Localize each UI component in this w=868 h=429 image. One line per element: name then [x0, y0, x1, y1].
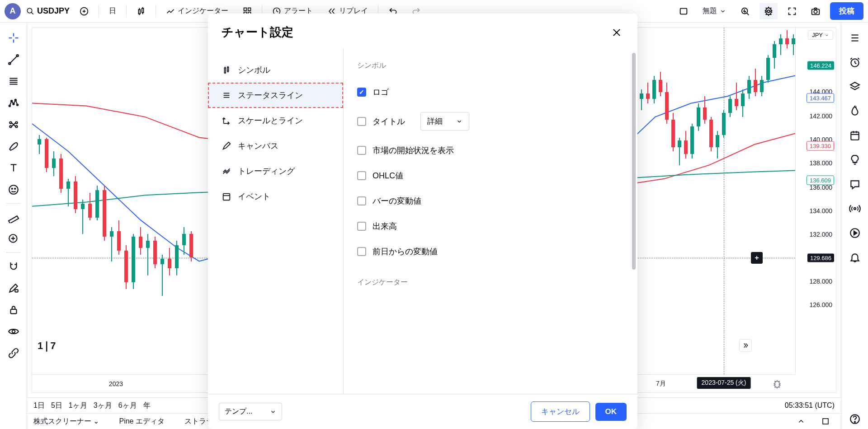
settings-tab-trade[interactable]: トレーディング [208, 159, 343, 184]
svg-rect-11 [244, 8, 247, 10]
svg-point-69 [854, 208, 855, 210]
chevron-down-icon [825, 33, 829, 37]
svg-rect-55 [15, 289, 18, 292]
range-button[interactable]: 年 [143, 401, 151, 410]
price-axis[interactable]: JPY 144.000142.000140.000138.000136.0001… [795, 28, 836, 374]
axis-settings[interactable] [773, 380, 782, 389]
hotlists-button[interactable] [845, 77, 865, 97]
link-tool[interactable] [4, 343, 24, 363]
interval-button[interactable]: 日 [104, 4, 121, 19]
settings-tab-candles[interactable]: シンボル [208, 57, 343, 83]
svg-point-50 [14, 188, 15, 189]
scrollbar[interactable] [632, 53, 636, 270]
snapshot-button[interactable] [807, 3, 825, 19]
crosshair-date-badge: 2023-07-25 (火) [697, 377, 751, 389]
text-tool[interactable] [4, 158, 24, 178]
option-checkbox[interactable] [357, 196, 366, 205]
svg-line-17 [277, 11, 278, 12]
watchlist-button[interactable] [845, 28, 865, 48]
chart-style-button[interactable] [132, 3, 150, 19]
option-select[interactable]: 詳細 [420, 112, 469, 131]
user-avatar[interactable]: A [5, 3, 21, 19]
bulb-icon [849, 154, 861, 166]
svg-line-28 [9, 56, 17, 63]
notifications-button[interactable] [845, 247, 865, 267]
zoom-tool[interactable] [4, 229, 24, 249]
brush-tool[interactable] [4, 136, 24, 156]
symbol-search[interactable]: USDJPY [26, 6, 70, 16]
option-label: 市場の開始状況を表示 [373, 145, 454, 156]
scroll-to-latest-button[interactable] [739, 339, 752, 352]
alerts-panel-button[interactable] [845, 52, 865, 72]
settings-tab-lines[interactable]: ステータスライン [208, 83, 343, 108]
settings-button[interactable] [760, 3, 778, 19]
panel-tab[interactable]: 株式スクリーナー ⌄ [33, 417, 99, 426]
chevron-down-icon [720, 8, 726, 14]
calendar-button[interactable] [845, 126, 865, 145]
crosshair-icon [7, 32, 20, 44]
range-button[interactable]: 1日 [33, 401, 45, 410]
maximize-button[interactable] [816, 413, 835, 429]
help-icon [849, 413, 861, 425]
add-symbol-button[interactable] [75, 3, 93, 19]
smile-icon [8, 184, 19, 196]
option-checkbox[interactable] [357, 117, 366, 126]
range-button[interactable]: 6ヶ月 [118, 401, 137, 410]
layout-button[interactable] [675, 3, 693, 19]
option-row: バーの変動値 [357, 188, 624, 214]
svg-rect-18 [680, 8, 687, 14]
lines-icon [222, 90, 231, 100]
range-button[interactable]: 3ヶ月 [94, 401, 112, 410]
crosshair-tool[interactable] [4, 28, 24, 48]
chat-button[interactable] [845, 174, 865, 194]
magnet-tool[interactable] [4, 256, 24, 276]
settings-tab-pencil[interactable]: キャンバス [208, 133, 343, 159]
currency-selector[interactable]: JPY [808, 30, 833, 40]
prediction-tool[interactable] [4, 115, 24, 135]
template-dropdown[interactable]: テンプ... [219, 403, 282, 420]
svg-point-73 [854, 421, 855, 422]
crosshair-add-button[interactable] [751, 252, 763, 264]
settings-tab-calendar[interactable]: イベント [208, 184, 343, 209]
svg-point-48 [9, 185, 18, 194]
ideas-button[interactable] [845, 150, 865, 170]
option-checkbox[interactable] [357, 247, 366, 256]
svg-rect-79 [224, 68, 226, 73]
fib-tool[interactable] [4, 71, 24, 91]
play-button[interactable] [845, 223, 865, 243]
option-checkbox[interactable] [357, 222, 366, 231]
chart-settings-modal: チャート設定 シンボルステータスラインスケールとラインキャンバストレーディングイ… [208, 14, 637, 429]
ruler-tool[interactable] [4, 207, 24, 227]
eye-tool[interactable] [4, 322, 24, 341]
stream-button[interactable] [845, 199, 865, 219]
settings-tab-axes[interactable]: スケールとライン [208, 108, 343, 133]
range-button[interactable]: 5日 [51, 401, 62, 410]
panel-tab[interactable]: Pine エディタ [119, 417, 164, 426]
emoji-tool[interactable] [4, 180, 24, 200]
layout-name-button[interactable]: 無題 [698, 4, 731, 19]
hide-tool[interactable] [4, 300, 24, 320]
lock-icon [8, 304, 19, 316]
option-checkbox[interactable] [357, 88, 366, 97]
range-button[interactable]: 1ヶ月 [69, 401, 87, 410]
option-checkbox[interactable] [357, 171, 366, 180]
option-checkbox[interactable] [357, 146, 366, 155]
hot-button[interactable] [845, 101, 865, 121]
trendline-tool[interactable] [4, 50, 24, 70]
chevron-down-icon [270, 409, 276, 415]
pattern-tool[interactable] [4, 93, 24, 113]
help-button[interactable] [845, 409, 865, 429]
candles-icon [222, 65, 231, 75]
publish-button[interactable]: 投稿 [830, 2, 863, 20]
chevron-down-icon [456, 118, 462, 125]
ok-button[interactable]: OK [595, 403, 627, 421]
trendline-icon [8, 54, 19, 65]
indicators-icon [166, 7, 175, 16]
quick-search-button[interactable] [736, 3, 754, 19]
chevron-up-button[interactable] [792, 413, 810, 429]
price-badge: 146.224 [807, 61, 834, 70]
fullscreen-button[interactable] [783, 3, 801, 19]
modal-close-button[interactable] [609, 25, 624, 40]
lock-tool[interactable] [4, 278, 24, 298]
cancel-button[interactable]: キャンセル [531, 401, 590, 422]
